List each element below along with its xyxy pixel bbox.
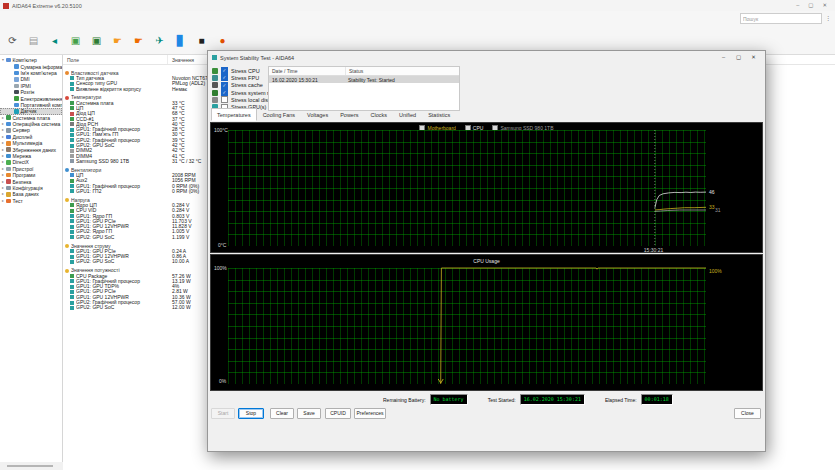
tree-arrow-icon[interactable]: ▸ [1,185,5,191]
tree-arrow-icon[interactable]: ▸ [1,134,5,140]
tab-cooling-fans[interactable]: Cooling Fans [257,108,301,121]
sidebar-item[interactable]: ▸Тест [0,198,62,204]
stress-checkbox[interactable]: ✓ [221,74,228,81]
tree-arrow-icon[interactable]: ▸ [1,147,5,153]
refresh-icon[interactable]: ⟳ [5,33,20,48]
sensor-label: Виявлене відкриття корпусу [76,87,167,92]
close-button[interactable]: Close [734,408,761,419]
tree-item-label: Мережа [13,153,32,159]
stress-checkbox[interactable] [221,96,228,103]
window-title: AIDA64 Extreme v6.20.5100 [12,3,82,9]
cpu-usage-title: CPU Usage [211,258,762,264]
sensor-icon [70,214,74,218]
minimize-button-icon[interactable]: – [796,2,799,9]
sensor-label: GPU1: Пам'ять ГП [76,132,167,137]
tree-arrow-icon[interactable]: ▸ [1,127,5,133]
stress-checkbox[interactable]: ✓ [221,89,228,96]
sensor-icon [70,235,74,239]
tree-item-icon [6,167,11,172]
scrollbar-thumb[interactable] [7,465,53,467]
tab-voltages[interactable]: Voltages [301,108,334,121]
sensor-icon [70,306,74,310]
log-datetime [269,90,345,97]
section-icon [65,269,69,273]
tree-arrow-icon[interactable]: ▸ [1,166,5,172]
preferences-button[interactable]: Preferences [354,408,386,419]
hand-report-icon[interactable]: ☛ [131,33,146,48]
maximize-button-icon[interactable]: ▢ [731,52,746,63]
tab-powers[interactable]: Powers [334,108,364,121]
tree-arrow-icon[interactable]: ▸ [1,191,5,197]
tree-arrow-icon[interactable]: ▸ [1,140,5,146]
cache-icon [212,82,218,88]
stress-checkbox[interactable]: ✓ [221,67,228,74]
search-input[interactable] [740,13,822,24]
tree-arrow-icon[interactable]: ▸ [1,172,5,178]
aida64-logo-icon [3,3,9,9]
tree-item-icon [6,122,11,127]
cpuid-button[interactable]: CPUID [325,408,351,419]
temperature-plot: 463331 [228,130,706,246]
section-title: Напруга [71,198,162,203]
test-started-value: 16.02.2020 15:30:21 [520,394,585,405]
save-button[interactable]: Save [297,408,321,419]
column-field: Поле [63,55,168,64]
tree-item-label: Ім'я комп'ютера [21,70,57,76]
sensor-icon [70,230,74,234]
tab-statistics[interactable]: Statistics [422,108,456,121]
search-menu-button[interactable]: ⋮ [824,13,832,24]
log-status [345,83,459,90]
sensor-icon [70,122,74,126]
hand-pointer-icon[interactable]: ☛ [110,33,125,48]
close-button-icon[interactable]: ✕ [746,52,761,63]
stress-checkbox[interactable]: ✓ [221,82,228,89]
maximize-button-icon[interactable]: ▢ [808,2,813,9]
tree-arrow-icon[interactable]: ▸ [1,159,5,165]
log-status [345,97,459,104]
sst-window-icon [212,55,217,60]
memory-icon [212,90,218,96]
log-row[interactable]: 16.02.2020 15:30:21Stability Test: Start… [269,76,459,83]
tab-unified[interactable]: Unified [393,108,422,121]
sensor-icon [70,225,74,229]
sensor-icon [70,106,74,110]
chart-icon[interactable]: ▊ [173,33,188,48]
tree-arrow-icon[interactable]: ▾ [1,57,5,63]
stop-button[interactable]: Stop [238,408,264,419]
sensor-label: Тип датчика [76,76,167,81]
tree-arrow-icon[interactable]: ▸ [1,153,5,159]
close-button-icon[interactable]: ✕ [822,2,827,9]
tree-item-label: Мультимедіа [13,140,43,146]
svg-text:100%: 100% [709,268,722,274]
sensor-value: 1.199 V [167,235,189,240]
minimize-button-icon[interactable]: – [716,52,731,63]
sidebar-horizontal-scrollbar[interactable] [0,462,63,470]
sensor-label: CPU VID [76,208,167,213]
cpu-usage-chart: CPU Usage 100% 0% 100% [210,254,763,391]
asm-icon[interactable]: ■ [194,33,209,48]
clear-button[interactable]: Clear [270,408,294,419]
tree-item-icon [14,77,19,82]
svg-text:46: 46 [709,189,715,195]
usage-axis-max-label: 100% [214,266,227,271]
sidebar-item[interactable]: ▸Збереження даних [0,146,62,152]
back-icon[interactable]: ◂ [47,33,62,48]
sensor-icon [70,133,74,137]
log-status [345,90,459,97]
web-icon[interactable]: ● [215,33,230,48]
sensor-label: Діод PCH [76,122,167,127]
tab-temperatures[interactable]: Temperatures [211,108,257,121]
section-title: Властивості датчика [71,71,162,76]
report-page-icon[interactable]: ▤ [26,33,41,48]
monitors-icon[interactable]: ▣ [89,33,104,48]
tree-item-label: Електроживлення [21,96,63,102]
send-icon[interactable]: ✈ [152,33,167,48]
tree-item-icon [14,96,19,101]
tree-arrow-icon[interactable]: ▸ [1,115,5,121]
tree-arrow-icon[interactable]: ▸ [1,121,5,127]
tree-arrow-icon[interactable]: ▸ [1,198,5,204]
monitor-icon[interactable]: ▣ [68,33,83,48]
sensor-icon [70,249,74,253]
tab-clocks[interactable]: Clocks [365,108,394,121]
tree-arrow-icon[interactable]: ▸ [1,179,5,185]
